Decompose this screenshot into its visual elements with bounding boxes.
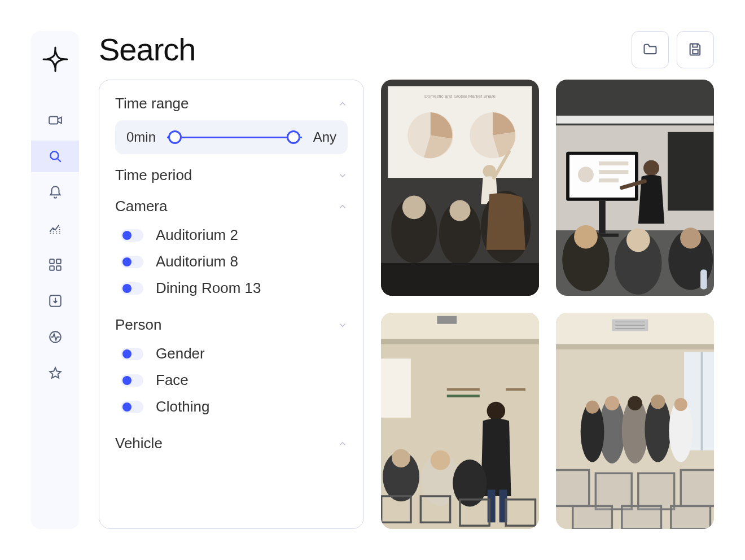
header: Search	[99, 31, 714, 68]
chevron-up-icon	[338, 439, 348, 449]
svg-rect-13	[693, 50, 698, 54]
toggle-label: Auditorium 2	[156, 226, 238, 244]
svg-point-87	[586, 401, 599, 414]
save-icon	[687, 41, 703, 59]
svg-point-85	[674, 398, 687, 411]
result-thumb-3[interactable]	[381, 313, 539, 529]
filter-time-range-header[interactable]: Time range	[115, 90, 348, 117]
camera-item-auditorium-2: Auditorium 2	[121, 222, 348, 248]
svg-rect-92	[573, 506, 612, 529]
filter-time-range: Time range 0min Any	[115, 90, 348, 154]
nav-grid[interactable]	[31, 249, 79, 281]
toggle-label: Face	[156, 371, 189, 389]
filter-camera-header[interactable]: Camera	[115, 193, 348, 220]
svg-rect-90	[638, 473, 674, 509]
toggle-label: Auditorium 8	[156, 253, 238, 270]
svg-point-47	[680, 228, 701, 248]
svg-point-63	[431, 450, 450, 470]
page-title: Search	[99, 31, 195, 68]
svg-rect-8	[56, 259, 61, 264]
filter-title: Time period	[115, 167, 192, 184]
svg-rect-89	[595, 473, 632, 509]
svg-rect-7	[50, 259, 54, 264]
svg-rect-53	[381, 358, 411, 417]
folder-button[interactable]	[632, 31, 669, 68]
svg-point-25	[449, 200, 470, 221]
svg-rect-10	[56, 266, 61, 270]
slider-min-label: 0min	[126, 129, 156, 145]
svg-point-24	[402, 195, 426, 219]
svg-rect-48	[700, 270, 707, 290]
filter-time-period: Time period	[115, 162, 348, 189]
result-thumb-4[interactable]	[556, 313, 714, 529]
camera-list: Auditorium 2 Auditorium 8 Dining Room 13	[115, 220, 348, 307]
toggle[interactable]	[121, 229, 143, 242]
svg-point-81	[628, 396, 642, 410]
main: Search Time range	[79, 31, 714, 529]
person-list: Gender Face Clothing	[115, 338, 348, 426]
filter-title: Vehicle	[115, 435, 163, 452]
svg-point-43	[574, 225, 598, 249]
result-thumb-2[interactable]	[556, 80, 714, 296]
nav-alerts[interactable]	[31, 177, 79, 208]
svg-rect-26	[381, 263, 539, 296]
nav-activity[interactable]	[31, 321, 79, 353]
chevron-up-icon	[338, 99, 348, 109]
filter-time-period-header[interactable]: Time period	[115, 162, 348, 189]
svg-point-83	[651, 395, 665, 409]
svg-rect-37	[599, 161, 628, 165]
svg-rect-0	[49, 117, 58, 124]
time-range-slider-row: 0min Any	[115, 120, 348, 154]
nav-download[interactable]	[31, 285, 79, 317]
results-grid: Domestic and Global Market Share	[381, 80, 714, 529]
camera-item-auditorium-8: Auditorium 8	[121, 248, 348, 275]
chevron-up-icon	[338, 202, 348, 212]
filter-camera: Camera Auditorium 2 Auditorium 8	[115, 193, 348, 307]
time-range-slider[interactable]	[167, 130, 302, 144]
svg-rect-9	[50, 266, 54, 270]
svg-rect-55	[447, 395, 480, 397]
svg-point-36	[578, 167, 594, 182]
nav-analytics[interactable]	[31, 213, 79, 244]
svg-rect-52	[437, 316, 457, 324]
chevron-down-icon	[338, 320, 348, 330]
svg-rect-29	[556, 116, 714, 124]
svg-rect-91	[681, 470, 714, 506]
toggle[interactable]	[121, 348, 143, 360]
svg-rect-94	[671, 506, 711, 529]
svg-rect-38	[599, 170, 628, 174]
slider-handle-min[interactable]	[168, 130, 182, 144]
filter-vehicle-header[interactable]: Vehicle	[115, 430, 348, 457]
toggle[interactable]	[121, 401, 143, 413]
person-item-face: Face	[121, 367, 348, 393]
svg-rect-71	[556, 344, 714, 349]
person-item-clothing: Clothing	[121, 393, 348, 420]
svg-line-2	[58, 159, 60, 161]
camera-item-dining-room-13: Dining Room 13	[121, 275, 348, 301]
nav-favorites[interactable]	[31, 357, 79, 389]
app-logo	[41, 45, 69, 73]
toggle-label: Clothing	[156, 398, 209, 415]
toggle[interactable]	[121, 282, 143, 295]
slider-handle-max[interactable]	[287, 130, 300, 144]
svg-rect-54	[447, 388, 480, 391]
person-item-gender: Gender	[121, 340, 348, 367]
toggle[interactable]	[121, 374, 143, 387]
filter-person-header[interactable]: Person	[115, 312, 348, 338]
svg-rect-34	[599, 201, 606, 234]
folder-icon	[642, 41, 658, 59]
result-thumb-1[interactable]: Domestic and Global Market Share	[381, 80, 539, 296]
filter-title: Time range	[115, 95, 189, 112]
nav-search[interactable]	[31, 141, 79, 172]
chevron-down-icon	[338, 170, 348, 181]
svg-rect-50	[381, 313, 539, 342]
filter-panel: Time range 0min Any	[99, 80, 364, 529]
save-button[interactable]	[677, 31, 714, 68]
svg-point-57	[487, 402, 505, 420]
nav-camera[interactable]	[31, 104, 79, 136]
content: Time range 0min Any	[99, 80, 714, 529]
toggle[interactable]	[121, 256, 143, 268]
filter-title: Person	[115, 316, 161, 334]
svg-rect-88	[556, 470, 589, 506]
svg-point-40	[643, 160, 659, 176]
